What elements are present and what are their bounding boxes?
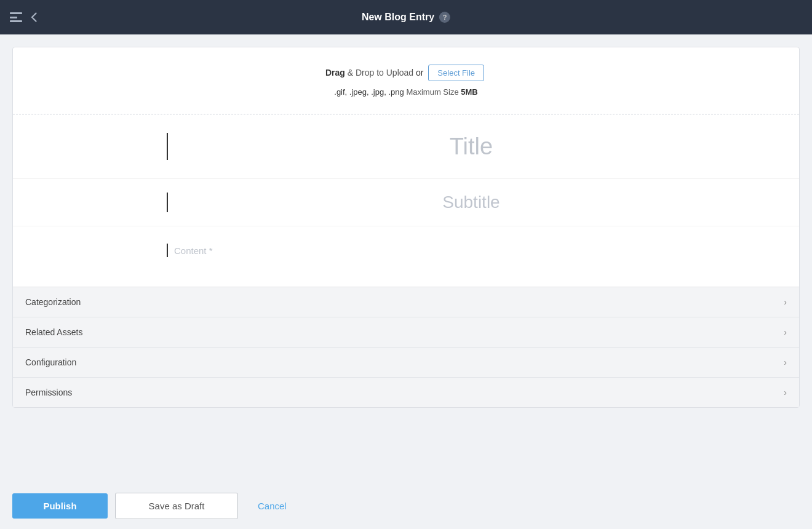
drag-text-bold: Drag [325, 68, 345, 78]
bottom-toolbar: Publish Save as Draft Cancel [12, 483, 800, 529]
content-row[interactable]: Content * [13, 226, 799, 287]
content-input[interactable]: Content * [168, 245, 774, 256]
configuration-chevron-icon: › [784, 357, 787, 367]
configuration-section[interactable]: Configuration › [13, 348, 799, 378]
max-label: Maximum Size [406, 87, 458, 97]
categorization-chevron-icon: › [784, 297, 787, 307]
upload-section: Drag & Drop to Upload or Select File .gi… [13, 47, 799, 114]
related-assets-chevron-icon: › [784, 327, 787, 337]
header: New Blog Entry ? [0, 0, 812, 34]
select-file-button[interactable]: Select File [428, 65, 484, 81]
cancel-button[interactable]: Cancel [245, 493, 299, 519]
permissions-chevron-icon: › [784, 388, 787, 397]
or-text: or [416, 68, 423, 78]
main-content: Drag & Drop to Upload or Select File .gi… [0, 34, 812, 529]
title-row[interactable]: Title [13, 114, 799, 179]
collapsible-sections: Categorization › Related Assets › Config… [13, 287, 799, 407]
title-input[interactable]: Title [168, 133, 774, 160]
header-icons [10, 12, 37, 22]
page-title: New Blog Entry ? [362, 12, 450, 23]
max-size: 5MB [461, 87, 477, 97]
file-types-text: .gif, .jpeg, .jpg, .png Maximum Size 5MB [25, 87, 787, 97]
back-icon[interactable] [31, 12, 37, 22]
subtitle-input[interactable]: Subtitle [168, 193, 774, 212]
help-icon[interactable]: ? [439, 12, 450, 23]
upload-instructions: Drag & Drop to Upload or Select File [25, 65, 787, 81]
related-assets-section[interactable]: Related Assets › [13, 317, 799, 348]
sidebar-toggle-icon[interactable] [10, 12, 22, 22]
save-draft-button[interactable]: Save as Draft [115, 493, 238, 519]
permissions-section[interactable]: Permissions › [13, 378, 799, 407]
categorization-section[interactable]: Categorization › [13, 287, 799, 317]
drag-text: & Drop to Upload [348, 68, 416, 78]
form-card: Drag & Drop to Upload or Select File .gi… [12, 47, 800, 408]
subtitle-row[interactable]: Subtitle [13, 179, 799, 226]
publish-button[interactable]: Publish [12, 493, 108, 519]
